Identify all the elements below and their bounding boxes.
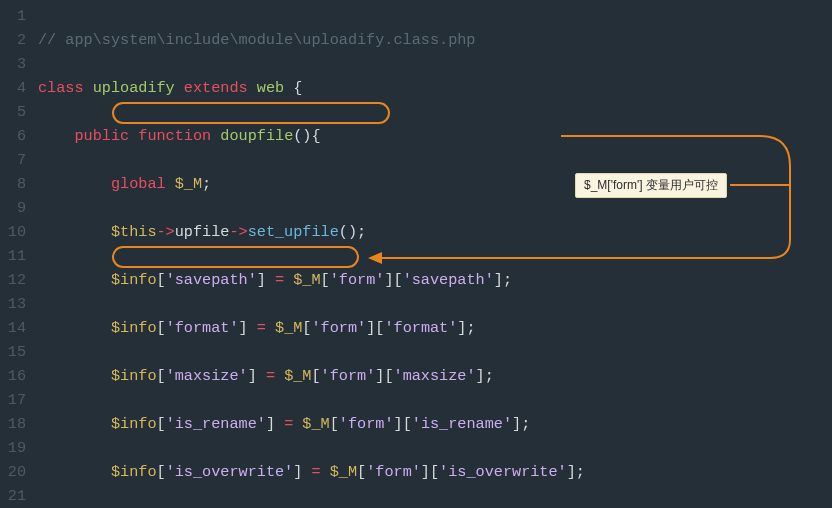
variable: $info (111, 415, 157, 433)
bracket: ] (239, 319, 248, 337)
line-number: 5 (0, 100, 32, 124)
line-number: 10 (0, 220, 32, 244)
line-number: 2 (0, 28, 32, 52)
arrow: -> (229, 223, 247, 241)
line-number: 9 (0, 196, 32, 220)
bracket: [ (157, 463, 166, 481)
string: 'form' (339, 415, 394, 433)
line-number: 14 (0, 316, 32, 340)
classname: uploadify (93, 79, 175, 97)
line-number: 7 (0, 148, 32, 172)
keyword-extends: extends (184, 79, 248, 97)
bracket: ] (384, 271, 393, 289)
code-line: $info['format'] = $_M['form']['format']; (38, 316, 585, 340)
semicolon: ; (521, 415, 530, 433)
string: 'is_overwrite' (439, 463, 567, 481)
classname: web (257, 79, 284, 97)
bracket: [ (321, 271, 330, 289)
string: 'maxsize' (166, 367, 248, 385)
code-line: $this->upfile->set_upfile(); (38, 220, 585, 244)
semicolon: ; (202, 175, 211, 193)
operator: = (257, 367, 284, 385)
line-number: 11 (0, 244, 32, 268)
string: 'format' (384, 319, 457, 337)
line-number: 8 (0, 172, 32, 196)
line-number: 6 (0, 124, 32, 148)
variable: $_M (293, 271, 320, 289)
code-line: // app\system\include\module\uploadify.c… (38, 28, 585, 52)
line-number: 17 (0, 388, 32, 412)
string: 'form' (330, 271, 385, 289)
operator: = (275, 415, 302, 433)
line-number: 21 (0, 484, 32, 508)
operator: = (248, 319, 275, 337)
string: 'is_rename' (412, 415, 512, 433)
line-number: 1 (0, 4, 32, 28)
variable: $info (111, 367, 157, 385)
bracket: ] (366, 319, 375, 337)
function-name: doupfile (220, 127, 293, 145)
line-number: 13 (0, 292, 32, 316)
semicolon: ; (357, 223, 366, 241)
variable: $_M (330, 463, 357, 481)
code-editor: 1 2 3 4 5 6 7 8 9 10 11 12 13 14 15 16 1… (0, 0, 832, 508)
line-number-gutter: 1 2 3 4 5 6 7 8 9 10 11 12 13 14 15 16 1… (0, 0, 32, 508)
bracket: [ (311, 367, 320, 385)
code-line: public function doupfile(){ (38, 124, 585, 148)
keyword-public: public (74, 127, 129, 145)
bracket: [ (430, 463, 439, 481)
variable: $_M (275, 319, 302, 337)
bracket: [ (157, 415, 166, 433)
string: 'savepath' (166, 271, 257, 289)
string: 'form' (321, 367, 376, 385)
code-line: $info['savepath'] = $_M['form']['savepat… (38, 268, 585, 292)
semicolon: ; (466, 319, 475, 337)
bracket: ] (421, 463, 430, 481)
bracket: ] (394, 415, 403, 433)
string: 'savepath' (403, 271, 494, 289)
arrow: -> (157, 223, 175, 241)
bracket: [ (157, 271, 166, 289)
line-number: 15 (0, 340, 32, 364)
bracket: ] (494, 271, 503, 289)
method-call: set_upfile (248, 223, 339, 241)
keyword-function: function (138, 127, 211, 145)
line-number: 18 (0, 412, 32, 436)
parens: () (339, 223, 357, 241)
variable: $info (111, 319, 157, 337)
bracket: [ (157, 319, 166, 337)
line-number: 12 (0, 268, 32, 292)
code-line: $info['is_rename'] = $_M['form']['is_ren… (38, 412, 585, 436)
variable: $info (111, 271, 157, 289)
bracket: ] (567, 463, 576, 481)
operator: = (302, 463, 329, 481)
code-area: // app\system\include\module\uploadify.c… (32, 0, 585, 508)
bracket: [ (394, 271, 403, 289)
code-line: class uploadify extends web { (38, 76, 585, 100)
bracket: ] (512, 415, 521, 433)
variable-this: $this (111, 223, 157, 241)
variable: $_M (175, 175, 202, 193)
line-number: 16 (0, 364, 32, 388)
variable: $info (111, 463, 157, 481)
line-number: 20 (0, 460, 32, 484)
brace: { (311, 127, 320, 145)
string: 'is_rename' (166, 415, 266, 433)
keyword-global: global (111, 175, 166, 193)
code-line: global $_M; (38, 172, 585, 196)
variable: $_M (284, 367, 311, 385)
keyword-class: class (38, 79, 84, 97)
brace: { (293, 79, 302, 97)
code-line: $info['maxsize'] = $_M['form']['maxsize'… (38, 364, 585, 388)
bracket: ] (248, 367, 257, 385)
code-line: $info['is_overwrite'] = $_M['form']['is_… (38, 460, 585, 484)
parens: () (293, 127, 311, 145)
string: 'form' (311, 319, 366, 337)
bracket: [ (357, 463, 366, 481)
bracket: ] (257, 271, 266, 289)
line-number: 3 (0, 52, 32, 76)
string: 'format' (166, 319, 239, 337)
operator: = (266, 271, 293, 289)
semicolon: ; (485, 367, 494, 385)
bracket: [ (157, 367, 166, 385)
